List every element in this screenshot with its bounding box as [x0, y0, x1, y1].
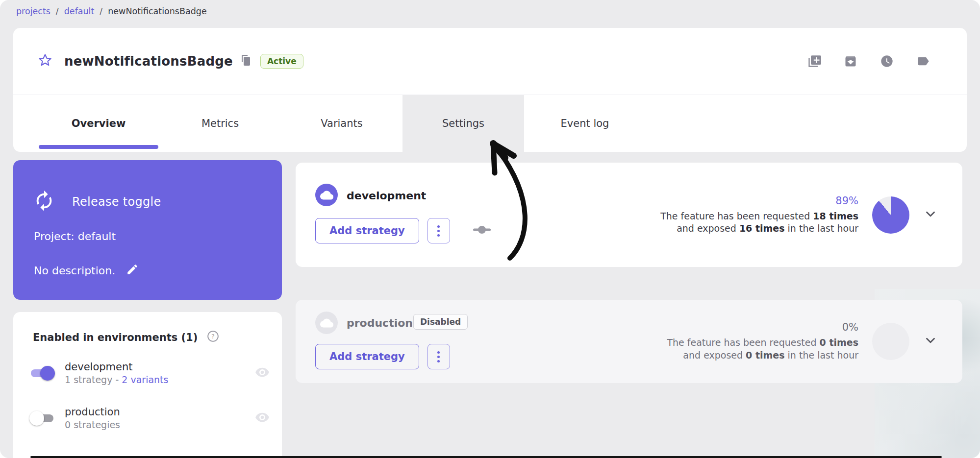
- breadcrumb: projects / default / newNotificationsBad…: [16, 6, 207, 16]
- breadcrumb-current: newNotificationsBadge: [108, 6, 206, 16]
- page-title: newNotificationsBadge: [64, 54, 233, 69]
- environment-card-title: production: [347, 317, 413, 329]
- svg-text:?: ?: [211, 333, 215, 340]
- exposure-percentage: 89%: [657, 195, 858, 207]
- chevron-down-icon[interactable]: [923, 333, 938, 350]
- metrics-description: The feature has been requested 18 times …: [657, 210, 858, 235]
- copy-name-icon[interactable]: [240, 54, 251, 68]
- tab-overview[interactable]: Overview: [38, 95, 159, 152]
- enabled-environments-title: Enabled in environments (1): [33, 332, 198, 343]
- environment-strategy-count: 1 strategy -: [65, 374, 122, 385]
- status-badge: Active: [260, 54, 303, 69]
- eye-icon[interactable]: [254, 364, 270, 382]
- environment-card-production: production Disabled Add strategy 0% The …: [296, 300, 962, 383]
- metrics-description: The feature has been requested 0 times a…: [657, 337, 858, 361]
- feature-toggle-page: projects / default / newNotificationsBad…: [0, 0, 980, 458]
- breadcrumb-projects-link[interactable]: projects: [16, 6, 50, 16]
- archive-icon[interactable]: [844, 54, 857, 68]
- exposure-pie-chart: [872, 196, 909, 234]
- exposure-percentage: 0%: [657, 321, 858, 333]
- variants-link[interactable]: 2 variants: [122, 374, 168, 385]
- environment-menu-button[interactable]: [427, 218, 450, 243]
- favorite-star-icon[interactable]: [38, 53, 52, 70]
- toggle-type-label: Release toggle: [72, 195, 161, 209]
- cloud-icon: [315, 312, 338, 334]
- environment-strategy-count: 0 strategies: [65, 419, 120, 430]
- copy-feature-icon[interactable]: [807, 54, 821, 68]
- tab-variants[interactable]: Variants: [281, 95, 402, 152]
- tag-icon[interactable]: [916, 54, 930, 68]
- description-label: No description.: [34, 265, 115, 277]
- tab-settings[interactable]: Settings: [402, 95, 524, 152]
- breadcrumb-project-link[interactable]: default: [64, 6, 95, 16]
- environment-row-production: production 0 strategies: [29, 406, 270, 430]
- environment-card-development: development Add strategy 89% The feature…: [296, 163, 962, 267]
- header-actions: [807, 54, 930, 68]
- tab-event-log[interactable]: Event log: [524, 95, 646, 152]
- cloud-icon: [315, 184, 338, 206]
- breadcrumb-separator: /: [56, 6, 59, 16]
- help-icon[interactable]: ?: [206, 330, 220, 345]
- add-strategy-button[interactable]: Add strategy: [315, 218, 419, 243]
- disabled-badge: Disabled: [413, 314, 468, 330]
- metrics-summary: 0% The feature has been requested 0 time…: [657, 300, 938, 383]
- development-toggle[interactable]: [29, 365, 55, 382]
- environment-card-title: development: [347, 190, 426, 202]
- environment-menu-button[interactable]: [427, 344, 450, 369]
- history-icon[interactable]: [880, 54, 894, 68]
- production-toggle[interactable]: [29, 410, 55, 427]
- rollout-strategy-icon: [471, 222, 493, 239]
- feature-header-card: newNotificationsBadge Active: [13, 28, 967, 152]
- environment-name: production: [65, 406, 120, 418]
- toggle-type-card: Release toggle Project: default No descr…: [13, 160, 282, 300]
- tab-metrics[interactable]: Metrics: [159, 95, 281, 152]
- metrics-summary: 89% The feature has been requested 18 ti…: [657, 163, 938, 267]
- environment-name: development: [65, 361, 168, 373]
- tab-bar: Overview Metrics Variants Settings Event…: [13, 95, 967, 152]
- exposure-pie-chart: [872, 323, 909, 360]
- eye-icon[interactable]: [254, 410, 270, 427]
- window-bottom-edge: [30, 456, 942, 458]
- enabled-environments-panel: Enabled in environments (1) ? developmen…: [13, 312, 282, 458]
- feature-header: newNotificationsBadge Active: [13, 28, 967, 95]
- edit-description-icon[interactable]: [126, 263, 139, 278]
- breadcrumb-separator: /: [100, 6, 102, 16]
- project-label: Project: default: [34, 230, 116, 242]
- release-toggle-icon: [33, 190, 55, 214]
- environment-row-development: development 1 strategy - 2 variants: [29, 361, 270, 385]
- add-strategy-button[interactable]: Add strategy: [315, 344, 419, 369]
- chevron-down-icon[interactable]: [923, 207, 938, 223]
